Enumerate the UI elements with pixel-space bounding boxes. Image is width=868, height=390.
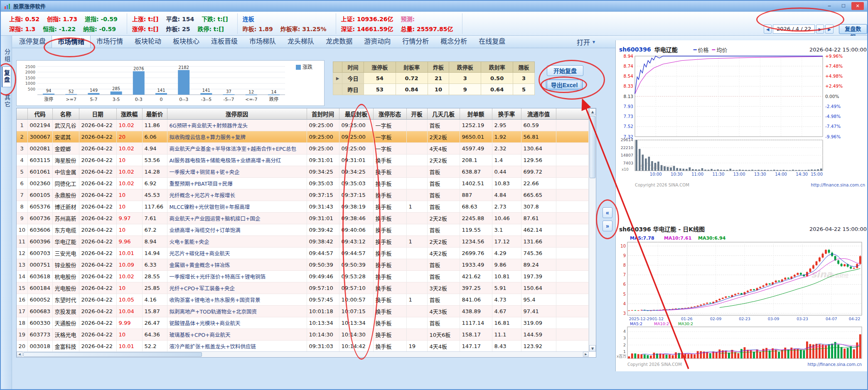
scroll-left-icon[interactable]: ◀ bbox=[17, 352, 22, 357]
table-row[interactable]: 5601061中信金属2026-04-2210.0214.28一季报大增+铜贸易… bbox=[17, 166, 589, 177]
scroll-up-icon[interactable]: ▲ bbox=[589, 108, 596, 115]
date-next-button[interactable]: ▶ bbox=[816, 25, 824, 34]
column-header-换手率[interactable]: 换手率 bbox=[492, 108, 521, 119]
cell: 10:14:30 bbox=[339, 329, 373, 340]
scroll-down-icon[interactable]: ▼ bbox=[589, 345, 596, 352]
tab-涨停复盘[interactable]: 涨停复盘 bbox=[13, 35, 52, 48]
tab-龙头梯队[interactable]: 龙头梯队 bbox=[282, 35, 320, 48]
table-row[interactable]: 16600052东望时代2026-04-2210.054.16收购浙富+锂电池+… bbox=[17, 294, 589, 305]
tab-行情分析[interactable]: 行情分析 bbox=[396, 35, 435, 48]
tab-板块核心[interactable]: 板块核心 bbox=[167, 35, 205, 48]
scroll-right-icon[interactable]: ▶ bbox=[583, 352, 589, 357]
table-row[interactable]: 17600683京投发展2026-04-2210.0415.87拟剥离地产+TO… bbox=[17, 305, 589, 317]
tab-市场梯队[interactable]: 市场梯队 bbox=[243, 35, 282, 48]
table-row[interactable]: 15600184光电股份2026-04-221025.85光纤+CPO+军工装备… bbox=[17, 282, 589, 294]
summary-header-跌封率[interactable]: 跌封率 bbox=[481, 62, 513, 73]
cell bbox=[406, 189, 427, 201]
summary-header-封板率[interactable]: 封板率 bbox=[396, 62, 428, 73]
summary-header-炸板[interactable]: 炸板 bbox=[428, 62, 449, 73]
stock-symbol: sh600396 bbox=[619, 46, 651, 53]
table-row[interactable]: 4603115海星股份2026-04-221053.56AI服务器电极箔+储能电… bbox=[17, 154, 589, 166]
table-row[interactable]: 20003018金富科技2026-04-2210.0152.2液冷产能扩张+瓶盖… bbox=[17, 340, 589, 352]
open-menu[interactable]: 打开 ▼ bbox=[577, 36, 595, 48]
column-header-涨跌幅[interactable]: 涨跌幅 bbox=[116, 108, 142, 119]
sidebar-item-分组[interactable]: 分组 bbox=[2, 46, 11, 66]
cell: 武汉凡谷 bbox=[52, 119, 79, 131]
tab-概念分析[interactable]: 概念分析 bbox=[435, 35, 473, 48]
table-row[interactable]: 3002081金螳螂2026-04-2210.024.94商业航天产业基金+半导… bbox=[17, 142, 589, 154]
cell: 56.81 bbox=[521, 131, 556, 142]
column-header-几天几板[interactable]: 几天几板 bbox=[427, 108, 460, 119]
cell: 换手板 bbox=[373, 189, 406, 201]
column-header-最新价[interactable]: 最新价 bbox=[142, 108, 167, 119]
summary-header-跌停板[interactable]: 跌停板 bbox=[449, 62, 481, 73]
cell: 603773 bbox=[27, 329, 52, 340]
column-header-最后封板[interactable]: 最后封板 bbox=[339, 108, 373, 119]
tab-游资动向[interactable]: 游资动向 bbox=[358, 35, 396, 48]
summary-row[interactable]: ▶今日540.722130.503 bbox=[333, 73, 535, 84]
sidebar-item-其它[interactable]: 其它 bbox=[2, 91, 11, 111]
column-header-涨停形态[interactable]: 涨停形态 bbox=[373, 108, 406, 119]
column-header-日期[interactable]: 日期 bbox=[79, 108, 116, 119]
table-row[interactable]: 19603773沃格光电2026-04-221064.36玻璃基板+CPO+商业… bbox=[17, 329, 589, 340]
replay-data-button[interactable]: 复盘数据 bbox=[839, 24, 867, 34]
cell: 10.04 bbox=[116, 305, 142, 317]
column-header-流通市值[interactable]: 流通市值 bbox=[521, 108, 556, 119]
cell: 421.62 bbox=[460, 270, 492, 282]
cell: 1 bbox=[406, 201, 427, 212]
start-replay-button[interactable]: 开始复盘 bbox=[547, 65, 583, 76]
date-latest-button[interactable]: ▶ bbox=[825, 25, 833, 34]
table-row[interactable]: 18600330天通股份2026-04-229.9926.47铌酸锂晶体+光模块… bbox=[17, 317, 589, 329]
svg-text:01-12: 01-12 bbox=[652, 316, 664, 321]
table-row[interactable]: 13000751锌业股份2026-04-2210.096.33金属铟+黄金概念+… bbox=[17, 259, 589, 270]
tab-市场行情[interactable]: 市场行情 bbox=[91, 35, 129, 48]
summary-header-翘板[interactable]: 翘板 bbox=[513, 62, 535, 73]
maximize-button[interactable]: ☐ bbox=[837, 2, 850, 10]
summary-row[interactable]: 昨日530.841090.645 bbox=[333, 84, 535, 95]
column-header-首封时间[interactable]: 首封时间 bbox=[307, 108, 339, 119]
collapse-left-button[interactable]: « bbox=[602, 207, 612, 218]
column-header-开板[interactable]: 开板 bbox=[406, 108, 427, 119]
tab-连板晋级[interactable]: 连板晋级 bbox=[205, 35, 243, 48]
svg-text:>=7: >=7 bbox=[66, 97, 76, 102]
column-header-涨停原因[interactable]: 涨停原因 bbox=[167, 108, 307, 119]
close-button[interactable]: ✕ bbox=[851, 2, 864, 10]
table-row[interactable]: 2300067安诺其2026-04-22206.06拟收购煌云信息+算力服务+复… bbox=[17, 131, 589, 142]
export-excel-button[interactable]: 导出Excel bbox=[546, 79, 583, 90]
column-header-代码[interactable]: 代码 bbox=[27, 108, 52, 119]
table-row[interactable]: 9600736苏州高新2026-04-229.977.61商业航天+产业园运营+… bbox=[17, 212, 589, 224]
cell: 2 bbox=[17, 131, 27, 142]
table-row[interactable]: 14603618杭电股份2026-04-2210.0228.55一季报增长+光纤… bbox=[17, 270, 589, 282]
horizontal-scrollbar[interactable]: ◀ ▶ bbox=[17, 351, 589, 357]
summary-header-时间[interactable]: 时间 bbox=[342, 62, 364, 73]
horizontal-scroll-thumb[interactable] bbox=[23, 352, 202, 357]
cell: 1234.56 bbox=[460, 235, 492, 247]
column-header-封单额[interactable]: 封单额 bbox=[460, 108, 492, 119]
svg-text:52: 52 bbox=[69, 89, 74, 94]
table-row[interactable]: 6002360同德化工2026-04-2210.026.92重整预期+PBAT项… bbox=[17, 177, 589, 189]
summary-header-涨停板[interactable]: 涨停板 bbox=[364, 62, 396, 73]
cell: 8.43 bbox=[492, 340, 521, 352]
table-row[interactable]: 8605376博迁新材2026-04-2210117.66MLCC镍粉+光伏银包… bbox=[17, 201, 589, 212]
stat-item: 纳指: -0.59 bbox=[83, 25, 116, 33]
collapse-right-button[interactable]: » bbox=[602, 221, 612, 231]
tab-龙虎数据[interactable]: 龙虎数据 bbox=[320, 35, 358, 48]
table-row[interactable]: 1002194武汉凡谷2026-04-2210.0211.866G预研+商业航天… bbox=[17, 119, 589, 131]
date-prev-button[interactable]: ◀ bbox=[764, 25, 772, 34]
date-display[interactable]: 2026 / 4 / 22 bbox=[773, 25, 815, 34]
tab-市场情绪[interactable]: 市场情绪 bbox=[52, 35, 91, 48]
summary-cell: 昨日 bbox=[342, 84, 364, 95]
tab-在线复盘[interactable]: 在线复盘 bbox=[473, 35, 511, 48]
table-row[interactable]: 7600105永鼎股份2026-04-221045.53光纤概念+光芯片+年报增… bbox=[17, 189, 589, 201]
table-row[interactable]: 11600396华电辽能2026-04-229.968.94火电+氢能+央企09… bbox=[17, 235, 589, 247]
vertical-scroll-thumb[interactable] bbox=[590, 116, 595, 178]
table-row[interactable]: 12600703三安光电2026-04-2210.0114.94光芯片+碳化硅+… bbox=[17, 247, 589, 259]
minimize-button[interactable]: ─ bbox=[823, 2, 836, 10]
column-header-名称[interactable]: 名称 bbox=[52, 108, 79, 119]
vertical-scrollbar[interactable]: ▲ ▼ bbox=[589, 108, 596, 352]
tab-板块轮动[interactable]: 板块轮动 bbox=[129, 35, 167, 48]
column-header-index[interactable] bbox=[17, 108, 27, 119]
cell: 10 bbox=[116, 189, 142, 201]
sidebar-item-复盘[interactable]: 复盘 bbox=[2, 66, 11, 87]
table-row[interactable]: 10603606东方电缆2026-04-221067.2业绩高增+海缆交付+订单… bbox=[17, 224, 589, 235]
